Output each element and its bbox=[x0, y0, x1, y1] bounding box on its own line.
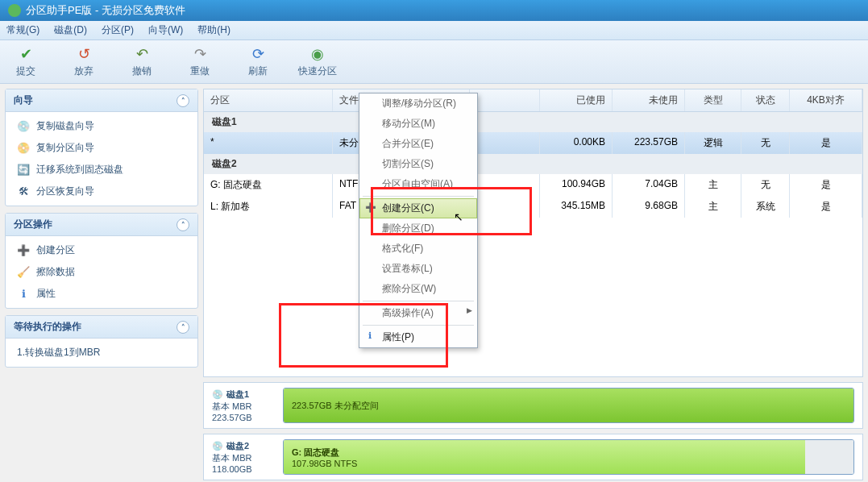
unallocated-segment[interactable]: 223.57GB 未分配空间 bbox=[284, 389, 853, 422]
app-icon bbox=[8, 4, 21, 17]
grid-body: 磁盘1 * 未分 0.00KB 223.57GB 逻辑 无 是 磁盘2 G: 固… bbox=[204, 112, 862, 218]
recover-partition-wizard[interactable]: 🛠分区恢复向导 bbox=[6, 181, 197, 202]
pending-item[interactable]: 1.转换磁盘1到MBR bbox=[6, 342, 197, 364]
col-used[interactable]: 已使用 bbox=[540, 89, 613, 111]
ctx-format: 格式化(F) bbox=[359, 239, 477, 259]
menu-wizard[interactable]: 向导(W) bbox=[148, 23, 183, 37]
ctx-merge: 合并分区(E) bbox=[359, 134, 477, 154]
migrate-os-wizard[interactable]: 🔄迁移系统到固态磁盘 bbox=[6, 159, 197, 181]
disk-icon: 💿 bbox=[212, 441, 223, 451]
disk2-group[interactable]: 磁盘2 bbox=[204, 154, 862, 174]
disk1-visual[interactable]: 💿磁盘1 基本 MBR 223.57GB 223.57GB 未分配空间 bbox=[203, 382, 863, 429]
collapse-icon[interactable]: ˄ bbox=[177, 218, 189, 231]
ctx-resize: 调整/移动分区(R) bbox=[359, 93, 477, 114]
ops-panel: 分区操作˄ ➕创建分区 🧹擦除数据 ℹ属性 bbox=[5, 213, 198, 309]
refresh-button[interactable]: ⟳刷新 bbox=[240, 45, 276, 78]
disk-label: 💿磁盘1 基本 MBR 223.57GB bbox=[212, 389, 273, 422]
menu-disk[interactable]: 磁盘(D) bbox=[54, 23, 87, 37]
menu-bar: 常规(G) 磁盘(D) 分区(P) 向导(W) 帮助(H) bbox=[0, 21, 868, 40]
redo-button[interactable]: ↷重做 bbox=[182, 45, 218, 78]
partition-icon: 📀 bbox=[17, 142, 30, 155]
chevron-right-icon: ▶ bbox=[467, 306, 472, 314]
discard-button[interactable]: ↺放弃 bbox=[66, 45, 102, 78]
content-area: 分区 文件系统 已使用 未使用 类型 状态 4KB对齐 磁盘1 * 未分 0.0… bbox=[203, 84, 868, 482]
collapse-icon[interactable]: ˄ bbox=[177, 94, 189, 107]
recover-icon: 🛠 bbox=[17, 185, 30, 198]
ops-title: 分区操作 bbox=[14, 218, 52, 231]
undo-button[interactable]: ↶撤销 bbox=[124, 45, 160, 78]
grid-header: 分区 文件系统 已使用 未使用 类型 状态 4KB对齐 bbox=[204, 89, 862, 112]
pending-title: 等待执行的操作 bbox=[14, 320, 81, 334]
properties-op[interactable]: ℹ属性 bbox=[6, 283, 197, 305]
app-title: 分区助手PE版 - 无损分区免费软件 bbox=[26, 3, 185, 18]
separator bbox=[363, 301, 474, 301]
col-type[interactable]: 类型 bbox=[685, 89, 741, 111]
disk1-group[interactable]: 磁盘1 bbox=[204, 112, 862, 132]
disk-bar[interactable]: G: 固态硬盘 107.98GB NTFS bbox=[283, 439, 854, 475]
ctx-advanced: 高级操作(A)▶ bbox=[359, 303, 477, 323]
ctx-free-space: 分区自由空间(A) bbox=[359, 174, 477, 194]
separator bbox=[363, 196, 474, 197]
col-free[interactable]: 未使用 bbox=[613, 89, 685, 111]
ctx-wipe: 擦除分区(W) bbox=[359, 279, 477, 299]
wizard-title: 向导 bbox=[14, 93, 33, 107]
disk-bar[interactable]: 223.57GB 未分配空间 bbox=[283, 388, 854, 423]
col-align[interactable]: 4KB对齐 bbox=[790, 89, 862, 111]
collapse-icon[interactable]: ˄ bbox=[177, 321, 189, 334]
info-icon: ℹ bbox=[364, 330, 376, 341]
quick-partition-button[interactable]: ◉快速分区 bbox=[298, 45, 337, 78]
ctx-properties[interactable]: ℹ属性(P) bbox=[359, 327, 477, 347]
cursor-icon: ↖ bbox=[454, 210, 463, 223]
menu-general[interactable]: 常规(G) bbox=[6, 23, 39, 37]
copy-partition-wizard[interactable]: 📀复制分区向导 bbox=[6, 137, 197, 159]
disk2-visual[interactable]: 💿磁盘2 基本 MBR 118.00GB G: 固态硬盘 107.98GB NT… bbox=[203, 434, 863, 480]
partition-segment[interactable]: G: 固态硬盘 107.98GB NTFS bbox=[284, 440, 805, 474]
menu-help[interactable]: 帮助(H) bbox=[197, 23, 230, 37]
wipe-data-op[interactable]: 🧹擦除数据 bbox=[6, 261, 197, 283]
info-icon: ℹ bbox=[17, 288, 30, 301]
plus-icon: ➕ bbox=[17, 244, 30, 257]
disk-label: 💿磁盘2 基本 MBR 118.00GB bbox=[212, 440, 273, 474]
pending-panel: 等待执行的操作˄ 1.转换磁盘1到MBR bbox=[5, 315, 198, 368]
copy-disk-wizard[interactable]: 💿复制磁盘向导 bbox=[6, 115, 197, 137]
disk-icon: 💿 bbox=[17, 120, 30, 133]
col-spacer bbox=[470, 89, 540, 111]
tool-bar: ✔提交 ↺放弃 ↶撤销 ↷重做 ⟳刷新 ◉快速分区 bbox=[0, 40, 868, 84]
erase-icon: 🧹 bbox=[17, 266, 30, 279]
side-panel: 向导˄ 💿复制磁盘向导 📀复制分区向导 🔄迁移系统到固态磁盘 🛠分区恢复向导 分… bbox=[0, 84, 203, 482]
commit-button[interactable]: ✔提交 bbox=[8, 45, 44, 78]
disk-icon: 💿 bbox=[212, 389, 223, 400]
table-row[interactable]: G: 固态硬盘 NTFS 100.94GB 7.04GB 主 无 是 bbox=[204, 174, 862, 196]
separator bbox=[363, 325, 474, 326]
plus-icon: ➕ bbox=[365, 202, 376, 213]
col-partition[interactable]: 分区 bbox=[204, 89, 333, 111]
ctx-label: 设置卷标(L) bbox=[359, 259, 477, 279]
migrate-icon: 🔄 bbox=[17, 164, 30, 177]
col-status[interactable]: 状态 bbox=[741, 89, 790, 111]
partition-grid: 分区 文件系统 已使用 未使用 类型 状态 4KB对齐 磁盘1 * 未分 0.0… bbox=[203, 89, 863, 377]
table-row[interactable]: * 未分 0.00KB 223.57GB 逻辑 无 是 bbox=[204, 132, 862, 154]
main-area: 向导˄ 💿复制磁盘向导 📀复制分区向导 🔄迁移系统到固态磁盘 🛠分区恢复向导 分… bbox=[0, 84, 868, 482]
ctx-move: 移动分区(M) bbox=[359, 114, 477, 134]
title-bar: 分区助手PE版 - 无损分区免费软件 bbox=[0, 0, 868, 21]
table-row[interactable]: L: 新加卷 FAT 345.15MB 9.68GB 主 系统 是 bbox=[204, 196, 862, 218]
wizard-panel: 向导˄ 💿复制磁盘向导 📀复制分区向导 🔄迁移系统到固态磁盘 🛠分区恢复向导 bbox=[5, 89, 198, 206]
create-partition-op[interactable]: ➕创建分区 bbox=[6, 239, 197, 261]
ctx-split: 切割分区(S) bbox=[359, 154, 477, 174]
menu-partition[interactable]: 分区(P) bbox=[102, 23, 134, 37]
free-segment[interactable] bbox=[805, 440, 853, 474]
